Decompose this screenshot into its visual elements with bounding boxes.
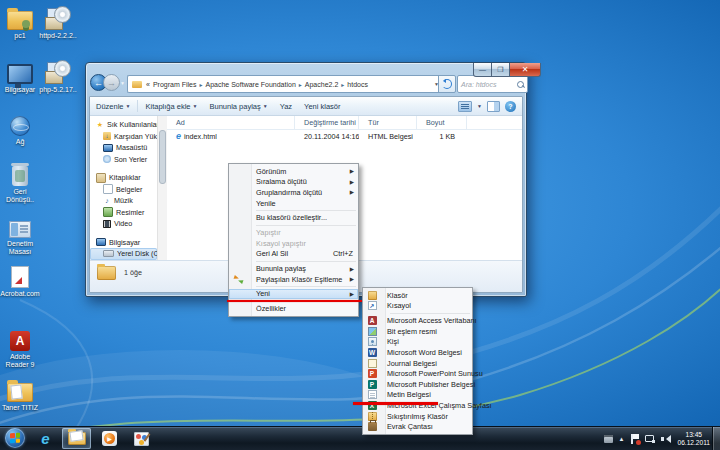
taskbar-windows-explorer[interactable] (62, 428, 91, 449)
menu-item-label: Görünüm (256, 167, 286, 176)
menu-item-g-r-n-m[interactable]: Görünüm▶ (229, 166, 358, 177)
desktop-icon-denetim-masas-[interactable]: Denetim Masası (0, 212, 40, 256)
breadcrumb-segment[interactable]: Apache2.2 (305, 81, 338, 88)
sidebar-scrollbar[interactable] (157, 116, 167, 265)
menu-item--zellikler[interactable]: Özellikler (229, 303, 358, 314)
sidebar-item-m-zik[interactable]: ♪Müzik (90, 195, 157, 207)
breadcrumb: «Program Files▸Apache Software Foundatio… (146, 81, 368, 88)
refresh-button[interactable] (438, 75, 456, 93)
breadcrumb-segment[interactable]: Program Files (153, 81, 197, 88)
file-name: index.html (184, 132, 217, 141)
sidebar-item-kitapl-klar[interactable]: Kitaplıklar (90, 172, 157, 184)
sidebar-item-masa-st-[interactable]: Masaüstü (90, 142, 157, 154)
desktop-icon-taner-titiz[interactable]: Taner TITIZ (0, 376, 40, 412)
menu-separator (256, 225, 356, 226)
toolbar-button-bununla-payla-[interactable]: Bununla paylaş▼ (203, 97, 273, 115)
menu-item-evrak-antas-[interactable]: Evrak Çantası (363, 421, 472, 432)
menu-item-payla-lan-klas-r-e-itleme[interactable]: Paylaşılan Klasör Eşitleme▶ (229, 274, 358, 285)
tray-app-icon[interactable] (604, 435, 613, 443)
sidebar-item-label: Son Yerler (114, 155, 147, 164)
desktop-icon-a-[interactable]: Ağ (0, 110, 40, 146)
show-desktop-button[interactable] (712, 427, 720, 450)
menu-item-bit-e-lem-resmi[interactable]: Bit eşlem resmi (363, 326, 472, 337)
sidebar-item-belgeler[interactable]: Belgeler (90, 184, 157, 196)
menu-item-ki-i[interactable]: Kişi (363, 337, 472, 348)
desktop-icon-pc1[interactable]: pc1 (0, 4, 40, 40)
change-view-icon[interactable] (458, 101, 472, 112)
view-dropdown-icon[interactable]: ▼ (477, 103, 482, 109)
menu-item-grupland-rma-l-t-[interactable]: Gruplandırma ölçütü▶ (229, 187, 358, 198)
column-header-boyut[interactable]: Boyut (417, 116, 467, 129)
start-button[interactable] (5, 428, 25, 448)
sidebar-item-son-yerler[interactable]: Son Yerler (90, 154, 157, 166)
column-header-t-r[interactable]: Tür (359, 116, 417, 129)
search-input[interactable]: Ara: htdocs (457, 75, 528, 93)
sidebar-item-s-k-kullan-lanlar[interactable]: ★Sık Kullanılanlar (90, 119, 157, 131)
menu-item-geri-al-sil[interactable]: Geri Al SilCtrl+Z (229, 249, 358, 260)
chevron-down-icon: ▼ (126, 103, 131, 109)
help-icon[interactable]: ? (505, 101, 516, 112)
desktop-icon-adobe-reader-9[interactable]: AAdobe Reader 9 (0, 325, 40, 369)
sidebar-item-video[interactable]: Video (90, 218, 157, 230)
column-header-de-i-tirme-tarihi[interactable]: Değiştirme tarihi (295, 116, 359, 129)
menu-item-bu-klas-r-zelle-tir-[interactable]: Bu klasörü özelleştir... (229, 213, 358, 224)
menu-item-microsoft-word-belgesi[interactable]: WMicrosoft Word Belgesi (363, 347, 472, 358)
maximize-button[interactable]: ❐ (492, 63, 510, 77)
toolbar-button-d-zenle[interactable]: Düzenle▼ (90, 97, 136, 115)
menu-item-microsoft-publisher-belgesi[interactable]: PMicrosoft Publisher Belgesi (363, 379, 472, 390)
table-row[interactable]: eindex.html20.11.2004 14:16HTML Belgesi1… (167, 130, 522, 143)
search-placeholder: Ara: htdocs (461, 81, 496, 88)
menu-item-yenile[interactable]: Yenile (229, 198, 358, 209)
menu-item-metin-belgesi[interactable]: Metin Belgesi (363, 390, 472, 401)
minimize-button[interactable]: — (473, 63, 492, 77)
sidebar-item-kar-dan-y-klem[interactable]: ↓Karşıdan Yüklem (90, 131, 157, 143)
sidebar-item-resimler[interactable]: Resimler (90, 207, 157, 219)
history-dropdown-icon[interactable]: ▼ (120, 80, 125, 86)
toolbar-button-yeni-klas-r[interactable]: Yeni klasör (298, 97, 346, 115)
submenu-arrow-icon: ▶ (350, 291, 354, 297)
preview-pane-icon[interactable] (487, 101, 500, 112)
close-button[interactable]: ✕ (510, 63, 541, 77)
menu-item-k-sayol[interactable]: ↗Kısayol (363, 301, 472, 312)
menu-item-journal-belgesi[interactable]: Journal Belgesi (363, 358, 472, 369)
file-rows: eindex.html20.11.2004 14:16HTML Belgesi1… (167, 130, 522, 143)
column-header-ad[interactable]: Ad (167, 116, 295, 129)
menu-item-label: Kişi (387, 337, 399, 346)
sidebar-item-yerel-disk-c-[interactable]: Yerel Disk (C:) (90, 248, 157, 260)
menu-item-yeni[interactable]: Yeni▶ (229, 289, 358, 300)
taskbar-clock[interactable]: 13:45 06.12.2011 (677, 431, 712, 447)
menu-item-s-k-t-r-lm-klas-r[interactable]: Sıkıştırılmış Klasör (363, 411, 472, 422)
sidebar-item-label: Karşıdan Yüklem (114, 132, 157, 141)
menu-item-klas-r[interactable]: Klasör (363, 290, 472, 301)
breadcrumb-segment[interactable]: htdocs (347, 81, 368, 88)
network-icon[interactable] (645, 434, 655, 443)
menu-item-microsoft-powerpoint-sunusu[interactable]: PMicrosoft PowerPoint Sunusu (363, 368, 472, 379)
taskbar-paint[interactable] (127, 428, 156, 449)
volume-icon[interactable] (661, 434, 671, 443)
desktop-icon-php-5-2-17-[interactable]: php-5.2.17.. (38, 58, 78, 94)
address-bar[interactable]: «Program Files▸Apache Software Foundatio… (127, 75, 443, 93)
desktop-icon-bilgisayar[interactable]: Bilgisayar (0, 58, 40, 94)
bitmap-icon (368, 327, 377, 336)
journal-icon (368, 359, 377, 368)
desktop-icon-acrobat-com[interactable]: Acrobat.com (0, 262, 40, 298)
desktop-icon-httpd-2-2-2-[interactable]: httpd-2.2.2.. (38, 4, 78, 40)
menu-item-s-ralama-l-t-[interactable]: Sıralama ölçütü▶ (229, 177, 358, 188)
taskbar-media-player[interactable]: ▶ (95, 428, 124, 449)
up-arrow-icon[interactable]: ▲ (619, 435, 625, 443)
toolbar-button-label: Bununla paylaş (209, 102, 260, 111)
menu-item-microsoft-access-veritaban-[interactable]: AMicrosoft Access Veritabanı (363, 315, 472, 326)
scrollbar-thumb[interactable] (159, 130, 166, 184)
sidebar-item-label: Sık Kullanılanlar (107, 120, 157, 129)
action-center-flag-icon[interactable] (630, 434, 639, 444)
toolbar-button-label: Yaz (280, 102, 292, 111)
network-icon (10, 116, 30, 136)
toolbar-button-yaz[interactable]: Yaz (274, 97, 298, 115)
desktop-icon-geri-d-n-[interactable]: Geri Dönüşü.. (0, 160, 40, 204)
menu-item-bununla-payla-[interactable]: Bununla paylaş▶ (229, 263, 358, 274)
breadcrumb-segment[interactable]: Apache Software Foundation (206, 81, 296, 88)
toolbar-button-kitapl-a-ekle[interactable]: Kitaplığa ekle▼ (139, 97, 203, 115)
taskbar-internet-explorer[interactable]: e (31, 428, 60, 449)
sidebar-item-bilgisayar[interactable]: Bilgisayar (90, 237, 157, 249)
forward-button[interactable]: → (103, 74, 120, 91)
